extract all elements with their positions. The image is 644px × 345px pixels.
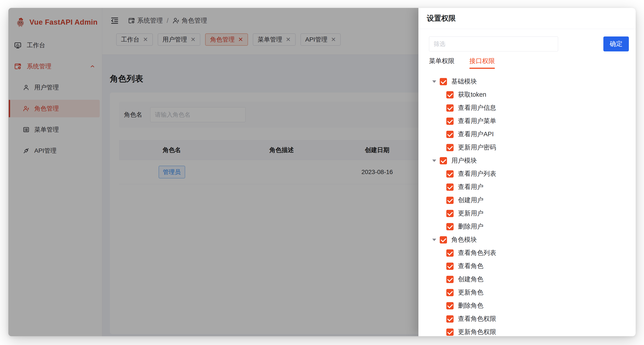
checkbox-checked[interactable] — [446, 302, 454, 309]
checkbox-checked[interactable] — [446, 197, 454, 204]
tree-row[interactable]: 创建用户 — [429, 194, 629, 207]
tree-row[interactable]: 创建角色 — [429, 273, 629, 286]
checkbox-checked[interactable] — [446, 131, 454, 138]
filter-input[interactable] — [429, 37, 558, 52]
checkbox-checked[interactable] — [446, 91, 454, 98]
checkbox-checked[interactable] — [440, 157, 447, 164]
tree-row[interactable]: 查看用户列表 — [429, 167, 629, 180]
expand-arrow-icon[interactable] — [432, 80, 436, 83]
tree-row[interactable]: 查看角色 — [429, 259, 629, 273]
set-permissions-drawer: 设置权限 确定 菜单权限 接口权限 基础模块 获取token — [418, 8, 636, 336]
checkbox-checked[interactable] — [446, 328, 454, 336]
tree-row[interactable]: 查看用户信息 — [429, 101, 629, 115]
tree-label[interactable]: 查看用户API — [458, 130, 494, 139]
tree-label[interactable]: 删除用户 — [458, 222, 484, 231]
confirm-button[interactable]: 确定 — [603, 37, 629, 52]
tree-row[interactable]: 删除角色 — [429, 299, 629, 312]
tree-label[interactable]: 查看用户 — [458, 183, 484, 191]
checkbox-checked[interactable] — [446, 118, 454, 125]
tree-label[interactable]: 查看角色列表 — [458, 248, 496, 257]
app-window: Vue FastAPI Admin 工作台 — [8, 8, 636, 336]
checkbox-checked[interactable] — [446, 144, 454, 151]
checkbox-checked[interactable] — [446, 276, 454, 283]
tree-row[interactable]: 更新用户密码 — [429, 141, 629, 154]
drawer-body: 确定 菜单权限 接口权限 基础模块 获取token 查看用户信息 — [418, 29, 636, 336]
tree-row[interactable]: 查看角色权限 — [429, 312, 629, 325]
filter-row: 确定 — [429, 37, 629, 52]
tree-row[interactable]: 更新用户 — [429, 207, 629, 220]
tree-row[interactable]: 查看用户API — [429, 128, 629, 141]
checkbox-checked[interactable] — [446, 223, 454, 230]
tree-row[interactable]: 角色模块 — [429, 233, 629, 246]
tree-row[interactable]: 基础模块 — [429, 75, 629, 88]
tree-label[interactable]: 用户模块 — [451, 156, 477, 165]
checkbox-checked[interactable] — [446, 183, 454, 191]
tree-row[interactable]: 用户模块 — [429, 154, 629, 167]
checkbox-checked[interactable] — [446, 263, 454, 270]
tree-label[interactable]: 更新角色权限 — [458, 328, 496, 336]
checkbox-checked[interactable] — [440, 78, 447, 85]
checkbox-checked[interactable] — [446, 249, 454, 257]
tab-menu-permissions[interactable]: 菜单权限 — [429, 57, 454, 70]
tree-row[interactable]: 查看角色列表 — [429, 246, 629, 259]
tree-label[interactable]: 更新用户 — [458, 209, 484, 218]
checkbox-checked[interactable] — [446, 104, 454, 112]
tab-api-permissions[interactable]: 接口权限 — [470, 57, 495, 70]
tree-label[interactable]: 查看用户菜单 — [458, 117, 496, 126]
tree-row[interactable]: 查看用户菜单 — [429, 115, 629, 128]
drawer-title: 设置权限 — [418, 8, 636, 29]
tree-row[interactable]: 更新角色权限 — [429, 325, 629, 336]
tree-label[interactable]: 删除角色 — [458, 301, 484, 310]
tree-label[interactable]: 更新角色 — [458, 288, 484, 297]
checkbox-checked[interactable] — [440, 236, 447, 243]
checkbox-checked[interactable] — [446, 210, 454, 217]
checkbox-checked[interactable] — [446, 170, 454, 178]
tree-row[interactable]: 查看用户 — [429, 180, 629, 194]
expand-arrow-icon[interactable] — [432, 160, 436, 162]
tree-label[interactable]: 基础模块 — [451, 77, 477, 86]
tree-label[interactable]: 获取token — [458, 90, 486, 99]
tree-label[interactable]: 创建角色 — [458, 275, 484, 284]
checkbox-checked[interactable] — [446, 315, 454, 322]
tree-label[interactable]: 查看角色权限 — [458, 314, 496, 323]
tree-label[interactable]: 创建用户 — [458, 196, 484, 205]
tree-label[interactable]: 查看用户列表 — [458, 169, 496, 178]
tree-label[interactable]: 查看角色 — [458, 262, 484, 270]
tree-row[interactable]: 删除用户 — [429, 220, 629, 233]
permissions-tree: 基础模块 获取token 查看用户信息 查看用户菜单 查看用户API — [429, 75, 629, 336]
expand-arrow-icon[interactable] — [432, 239, 436, 241]
tree-label[interactable]: 角色模块 — [451, 235, 477, 244]
permission-tabs: 菜单权限 接口权限 — [429, 57, 629, 70]
tree-label[interactable]: 查看用户信息 — [458, 104, 496, 112]
checkbox-checked[interactable] — [446, 289, 454, 296]
tree-row[interactable]: 获取token — [429, 88, 629, 101]
tree-label[interactable]: 更新用户密码 — [458, 143, 496, 152]
tree-row[interactable]: 更新角色 — [429, 286, 629, 299]
